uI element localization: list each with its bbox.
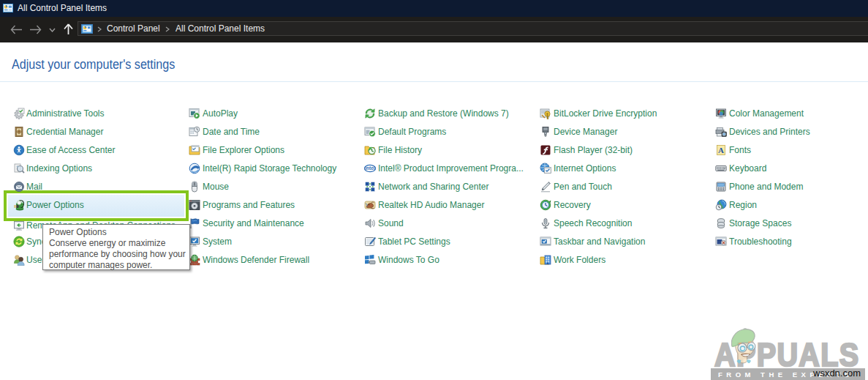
svg-text:A: A <box>718 146 724 154</box>
svg-text:intel: intel <box>365 165 375 171</box>
